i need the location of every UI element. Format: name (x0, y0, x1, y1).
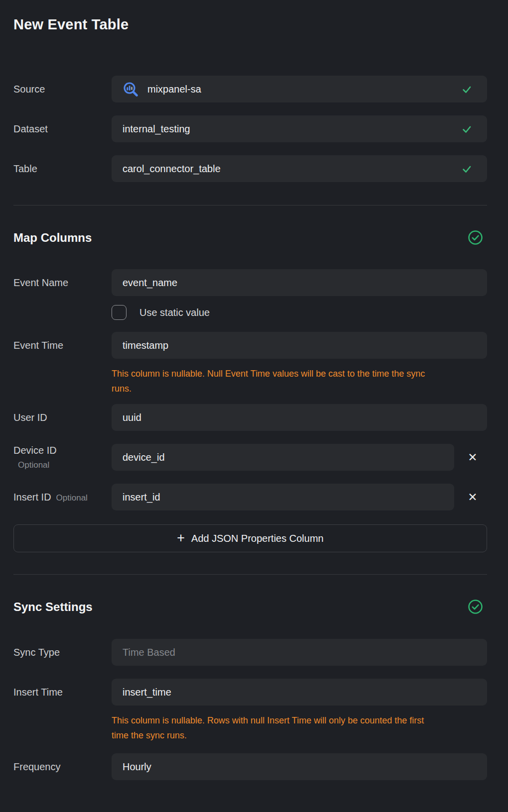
source-valid-check-icon (461, 84, 472, 95)
page-title: New Event Table (13, 0, 487, 33)
event-time-row: Event Time timestamp (13, 332, 487, 359)
section-divider (13, 205, 487, 205)
frequency-label: Frequency (13, 761, 112, 773)
bigquery-magnifier-icon (123, 81, 139, 98)
insert-time-field[interactable]: insert_time (112, 679, 487, 706)
sync-type-label: Sync Type (13, 646, 112, 659)
frequency-row: Frequency Hourly (13, 753, 487, 780)
dataset-field[interactable]: internal_testing (112, 115, 487, 142)
source-field[interactable]: mixpanel-sa (112, 76, 487, 102)
insert-time-nullable-warning: This column is nullable. Rows with null … (112, 713, 487, 743)
warning-line: This column is nullable. Rows with null … (112, 713, 487, 728)
insert-id-optional-label: Optional (56, 493, 88, 503)
event-name-label: Event Name (13, 277, 112, 289)
frequency-value: Hourly (123, 761, 151, 773)
insert-id-label-group: Insert ID Optional (13, 491, 112, 504)
device-id-row: Device ID Optional device_id ✕ (13, 444, 487, 471)
event-name-field[interactable]: event_name (112, 269, 487, 296)
insert-time-label: Insert Time (13, 686, 112, 699)
event-time-nullable-warning: This column is nullable. Null Event Time… (112, 366, 487, 396)
device-id-value: device_id (123, 452, 165, 463)
device-id-label-group: Device ID Optional (13, 444, 112, 470)
sync-type-value: Time Based (123, 647, 175, 658)
event-name-value: event_name (123, 277, 177, 289)
table-value: carol_connector_table (123, 163, 221, 175)
section-divider (13, 574, 487, 575)
warning-line: This column is nullable. Null Event Time… (112, 366, 487, 381)
device-id-label: Device ID (13, 444, 112, 457)
table-valid-check-icon (461, 163, 472, 174)
event-time-value: timestamp (123, 340, 168, 351)
insert-id-field[interactable]: insert_id (112, 484, 454, 510)
event-time-field[interactable]: timestamp (112, 332, 487, 359)
map-columns-title: Map Columns (13, 231, 92, 245)
warning-line: time the sync runs. (112, 728, 487, 743)
table-row: Table carol_connector_table (13, 155, 487, 182)
source-row: Source mixpanel-sa (13, 76, 487, 102)
insert-id-remove-button[interactable]: ✕ (465, 490, 480, 505)
new-event-table-form: New Event Table Source mixpanel-sa Datas… (0, 0, 508, 780)
insert-time-value: insert_time (123, 687, 171, 698)
insert-id-value: insert_id (123, 492, 160, 503)
device-id-field[interactable]: device_id (112, 444, 454, 471)
event-name-row: Event Name event_name (13, 269, 487, 296)
frequency-field[interactable]: Hourly (112, 753, 487, 780)
source-label: Source (13, 83, 112, 96)
sync-type-field: Time Based (112, 639, 487, 666)
dataset-valid-check-icon (461, 123, 472, 134)
use-static-value-label: Use static value (139, 307, 210, 318)
table-field[interactable]: carol_connector_table (112, 155, 487, 182)
sync-settings-title: Sync Settings (13, 600, 93, 614)
sync-settings-heading: Sync Settings (13, 599, 487, 614)
user-id-value: uuid (123, 412, 141, 423)
insert-id-label: Insert ID (13, 491, 51, 504)
device-id-optional-label: Optional (18, 460, 112, 470)
device-id-remove-button[interactable]: ✕ (465, 450, 480, 465)
source-value: mixpanel-sa (147, 84, 201, 95)
dataset-label: Dataset (13, 123, 112, 135)
user-id-field[interactable]: uuid (112, 404, 487, 431)
map-columns-heading: Map Columns (13, 230, 487, 245)
sync-settings-complete-icon (468, 599, 483, 614)
sync-type-row: Sync Type Time Based (13, 639, 487, 666)
dataset-row: Dataset internal_testing (13, 115, 487, 142)
table-label: Table (13, 163, 112, 175)
insert-id-row: Insert ID Optional insert_id ✕ (13, 484, 487, 510)
add-json-properties-column-button[interactable]: + Add JSON Properties Column (13, 524, 487, 552)
event-time-label: Event Time (13, 339, 112, 352)
use-static-value-checkbox[interactable] (112, 305, 127, 320)
static-value-row: Use static value (13, 305, 487, 320)
warning-line: runs. (112, 381, 487, 396)
user-id-label: User ID (13, 411, 112, 424)
map-columns-complete-icon (468, 230, 483, 245)
insert-time-row: Insert Time insert_time (13, 679, 487, 706)
user-id-row: User ID uuid (13, 404, 487, 431)
dataset-value: internal_testing (123, 123, 190, 135)
plus-icon: + (177, 531, 185, 545)
add-json-properties-column-label: Add JSON Properties Column (191, 533, 324, 544)
